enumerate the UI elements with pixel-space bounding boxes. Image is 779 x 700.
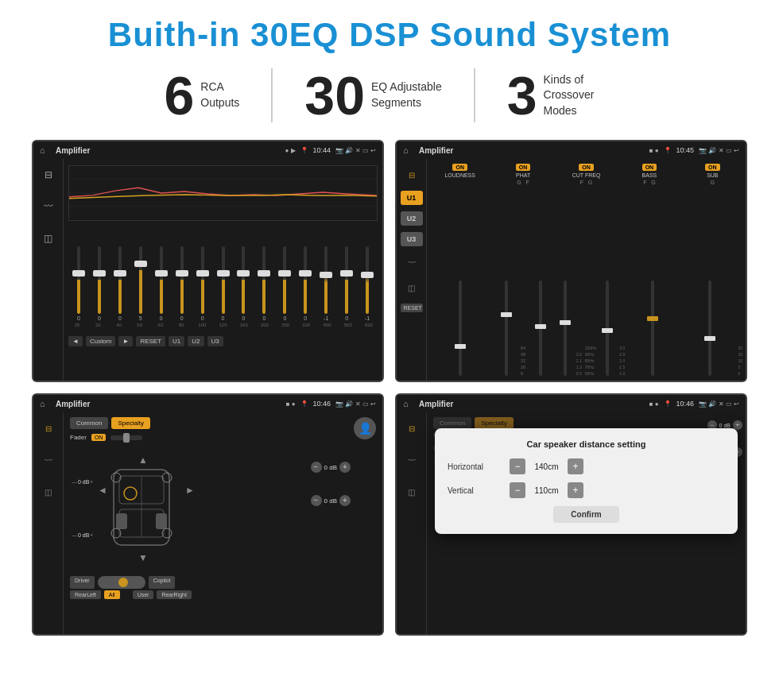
crossover-reset-btn[interactable]: RESET	[401, 304, 423, 312]
dialog-dot1: ■ ●	[649, 400, 659, 408]
horizontal-value: 140cm	[529, 462, 564, 471]
fader-tab-specialty[interactable]: Specialty	[111, 417, 149, 429]
all-btn[interactable]: All	[104, 590, 120, 599]
eq-u3-btn[interactable]: U3	[207, 336, 223, 346]
bass-slider-area: 3.02.52.01.51.0	[619, 187, 679, 376]
bass-on[interactable]: ON	[642, 164, 657, 171]
rearright-btn[interactable]: RearRight	[157, 590, 192, 599]
eq-play-btn[interactable]: ►	[118, 336, 133, 346]
crossover-icons: 📷 🔊 ✕ ▭ ↩	[699, 147, 739, 154]
eq-slider-10[interactable]: 0	[276, 246, 293, 321]
svg-rect-9	[116, 513, 127, 529]
eq-u1-btn[interactable]: U1	[169, 336, 184, 346]
fader-content: ⊟ 〰 ◫ Common Specialty Fader	[33, 412, 382, 634]
horizontal-stepper: − 140cm +	[510, 458, 583, 474]
u1-btn[interactable]: U1	[401, 191, 423, 205]
eq-slider-8[interactable]: 0	[235, 246, 253, 321]
crossover-panel-icon1[interactable]: ⊟	[402, 165, 421, 184]
sub-on[interactable]: ON	[705, 164, 720, 171]
home-icon[interactable]: ⌂	[40, 145, 51, 156]
db-row-1: − 0 dB +	[311, 462, 351, 473]
fader-tab-common[interactable]: Common	[70, 417, 108, 429]
fader-slider[interactable]	[110, 435, 142, 440]
eq-sliders: 0 0 0 5 0 0 0 0 0 0 0 0 -1 0 -1	[68, 226, 378, 321]
eq-panel-icon3[interactable]: ◫	[39, 229, 58, 248]
eq-slider-14[interactable]: -1	[358, 246, 376, 321]
stat-rca-number: 6	[164, 68, 194, 122]
stats-row: 6 RCAOutputs 30 EQ AdjustableSegments 3 …	[24, 68, 755, 122]
dialog-home-icon[interactable]: ⌂	[403, 398, 414, 409]
dialog-panel-icon1[interactable]: ⊟	[402, 419, 421, 438]
dialog-db1-val: 0 dB	[719, 423, 731, 428]
eq-slider-4[interactable]: 0	[153, 246, 170, 321]
dialog-left-panel: ⊟ 〰 ◫	[397, 412, 427, 634]
crossover-panel-icon2[interactable]: 〰	[402, 253, 421, 272]
fader-app-name: Amplifier	[56, 400, 281, 408]
crossover-time: 10:45	[676, 146, 695, 154]
eq-slider-0[interactable]: 0	[70, 246, 87, 321]
crossover-home-icon[interactable]: ⌂	[403, 145, 414, 156]
vertical-minus-btn[interactable]: −	[510, 482, 525, 498]
dialog-bg-tabs: Common Specialty	[433, 417, 739, 429]
phat-on[interactable]: ON	[516, 164, 531, 171]
db2-plus[interactable]: +	[339, 495, 351, 506]
page-wrapper: Buith-in 30EQ DSP Sound System 6 RCAOutp…	[0, 0, 779, 652]
eq-reset-btn[interactable]: RESET	[136, 336, 165, 346]
channel-phat: ON PHAT G F 644832160	[493, 164, 552, 376]
eq-slider-11[interactable]: 0	[296, 246, 314, 321]
crossover-content: ⊟ U1 U2 U3 〰 ◫ RESET ON LOUDNESS	[397, 159, 746, 381]
eq-slider-5[interactable]: 0	[173, 246, 191, 321]
fader-main-area: Common Specialty Fader ON	[64, 412, 382, 634]
eq-slider-2[interactable]: 0	[111, 246, 129, 321]
db1-plus[interactable]: +	[339, 462, 351, 473]
fader-status-bar: ⌂ Amplifier ■ ● 📍 10:46 📷 🔊 ✕ ▭ ↩	[33, 395, 382, 412]
u2-btn[interactable]: U2	[401, 211, 423, 226]
copilot-btn[interactable]: Copilot	[149, 576, 176, 589]
dialog-panel-icon3[interactable]: ◫	[402, 482, 421, 501]
fader-panel-icon3[interactable]: ◫	[39, 482, 58, 501]
cutfreq-slider-area: 3.02.11.30.5 100Hz90Hz80Hz70Hz60Hz	[556, 187, 616, 376]
eq-freq-labels: 25 32 40 50 63 80 100 125 160 200 250 32…	[68, 323, 378, 327]
fader-panel-icon1[interactable]: ⊟	[39, 419, 58, 438]
channel-sub: ON SUB G 20151050	[683, 164, 742, 376]
driver-btn[interactable]: Driver	[70, 576, 95, 589]
horizontal-plus-btn[interactable]: +	[568, 458, 583, 474]
user-btn[interactable]: User	[133, 590, 154, 599]
dialog-panel-icon2[interactable]: 〰	[402, 451, 421, 470]
u3-btn[interactable]: U3	[401, 232, 423, 246]
eq-slider-12[interactable]: -1	[317, 246, 335, 321]
eq-slider-9[interactable]: 0	[255, 246, 273, 321]
crossover-status-bar: ⌂ Amplifier ■ ● 📍 10:45 📷 🔊 ✕ ▭ ↩	[397, 141, 746, 159]
eq-slider-7[interactable]: 0	[215, 246, 232, 321]
eq-slider-6[interactable]: 0	[194, 246, 211, 321]
cutfreq-on[interactable]: ON	[579, 164, 594, 171]
eq-u2-btn[interactable]: U2	[188, 336, 203, 346]
vertical-plus-btn[interactable]: +	[568, 482, 583, 498]
eq-slider-1[interactable]: 0	[91, 246, 108, 321]
svg-text:—: —	[72, 532, 77, 538]
fader-left-panel: ⊟ 〰 ◫	[33, 412, 64, 634]
db2-minus[interactable]: −	[311, 495, 322, 506]
eq-prev-btn[interactable]: ◄	[68, 336, 83, 346]
dialog-tab-common[interactable]: Common	[433, 417, 471, 429]
crossover-panel-icon3[interactable]: ◫	[402, 278, 421, 297]
eq-panel-icon1[interactable]: ⊟	[39, 165, 58, 184]
stat-rca-label: RCAOutputs	[200, 79, 239, 110]
fader-home-icon[interactable]: ⌂	[40, 398, 51, 409]
fader-on-badge[interactable]: ON	[91, 434, 107, 441]
horizontal-minus-btn[interactable]: −	[510, 458, 525, 474]
eq-dot1: ● ▶	[285, 147, 296, 154]
eq-bottom-bar: ◄ Custom ► RESET U1 U2 U3	[68, 332, 378, 350]
stat-crossover: 3 Kinds ofCrossover Modes	[475, 68, 647, 122]
crossover-left-panel: ⊟ U1 U2 U3 〰 ◫ RESET	[397, 159, 427, 381]
loudness-on[interactable]: ON	[452, 164, 467, 171]
rearleft-btn[interactable]: RearLeft	[70, 590, 101, 599]
db1-minus[interactable]: −	[311, 462, 322, 473]
speaker-distance-dialog: Car speaker distance setting Horizontal …	[435, 428, 738, 534]
eq-panel-icon2[interactable]: 〰	[39, 197, 58, 216]
fader-panel-icon2[interactable]: 〰	[39, 451, 58, 470]
eq-slider-3[interactable]: 5	[132, 246, 149, 321]
eq-slider-13[interactable]: 0	[338, 246, 355, 321]
confirm-button[interactable]: Confirm	[553, 506, 618, 523]
dialog-tab-specialty[interactable]: Specialty	[475, 417, 513, 429]
